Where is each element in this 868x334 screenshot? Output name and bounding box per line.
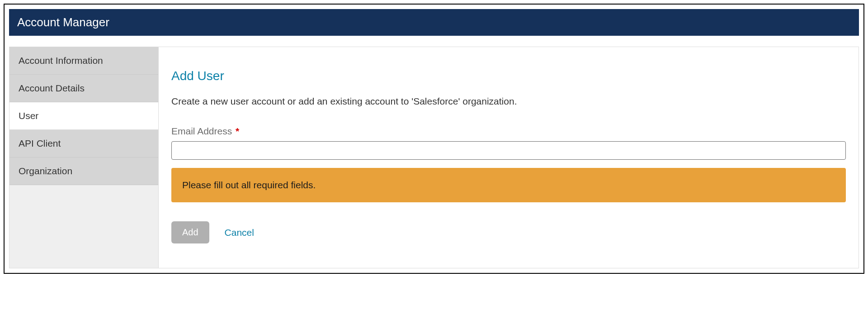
sidebar-item-organization[interactable]: Organization (9, 157, 158, 185)
header-bar: Account Manager (9, 9, 859, 36)
sidebar-item-user[interactable]: User (9, 102, 158, 130)
cancel-button[interactable]: Cancel (225, 227, 254, 238)
main-content: Add User Create a new user account or ad… (159, 47, 859, 268)
sidebar-item-label: User (19, 110, 38, 121)
page-description: Create a new user account or add an exis… (171, 96, 846, 107)
app-frame: Account Manager Account Information Acco… (4, 4, 864, 274)
email-label: Email Address * (171, 126, 846, 137)
content-wrapper: Account Information Account Details User… (9, 47, 859, 268)
sidebar-item-label: API Client (19, 138, 61, 148)
email-label-text: Email Address (171, 126, 232, 136)
add-button[interactable]: Add (171, 221, 209, 243)
alert-message: Please fill out all required fields. (182, 180, 316, 190)
sidebar-item-account-details[interactable]: Account Details (9, 75, 158, 102)
page-title: Add User (171, 69, 846, 83)
sidebar-item-label: Account Details (19, 83, 85, 93)
validation-alert: Please fill out all required fields. (171, 168, 846, 202)
required-asterisk: * (236, 126, 239, 136)
sidebar-item-label: Organization (19, 166, 72, 176)
sidebar: Account Information Account Details User… (9, 47, 159, 268)
email-field[interactable] (171, 141, 846, 160)
sidebar-item-label: Account Information (19, 55, 103, 66)
button-row: Add Cancel (171, 221, 846, 243)
header-title: Account Manager (17, 15, 109, 29)
sidebar-item-account-information[interactable]: Account Information (9, 47, 158, 75)
sidebar-item-api-client[interactable]: API Client (9, 130, 158, 157)
